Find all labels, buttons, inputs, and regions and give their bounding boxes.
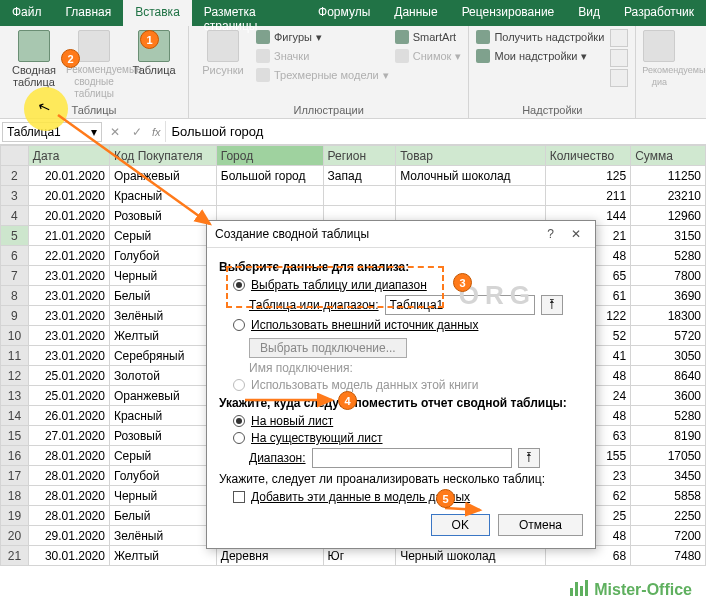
row-header[interactable]: 8 (1, 286, 29, 306)
row-header[interactable]: 3 (1, 186, 29, 206)
ok-button[interactable]: OK (431, 514, 490, 536)
tab-formulas[interactable]: Формулы (306, 0, 382, 26)
cell[interactable]: 18300 (631, 306, 706, 326)
screenshot-button[interactable]: Снимок ▾ (394, 47, 463, 65)
cell[interactable]: Золотой (109, 366, 216, 386)
cell[interactable] (323, 186, 396, 206)
row-header[interactable]: 21 (1, 546, 29, 566)
cell[interactable]: 28.01.2020 (28, 466, 109, 486)
opt-new-sheet[interactable]: На новый лист (233, 414, 583, 428)
row-header[interactable]: 17 (1, 466, 29, 486)
cell[interactable]: Запад (323, 166, 396, 186)
addin-slot[interactable] (610, 29, 628, 47)
row-header[interactable]: 16 (1, 446, 29, 466)
dialog-titlebar[interactable]: Создание сводной таблицы ? ✕ (207, 221, 595, 248)
cell[interactable]: Молочный шоколад (396, 166, 546, 186)
col-head[interactable]: Сумма (631, 146, 706, 166)
cell[interactable]: 11250 (631, 166, 706, 186)
cell[interactable]: Зелёный (109, 526, 216, 546)
my-addins-button[interactable]: Мои надстройки ▾ (475, 47, 605, 65)
cell[interactable]: Зелёный (109, 306, 216, 326)
cell[interactable]: Голубой (109, 246, 216, 266)
cell[interactable]: 25.01.2020 (28, 366, 109, 386)
cell[interactable]: 30.01.2020 (28, 546, 109, 566)
range-picker-icon[interactable]: ⭱ (518, 448, 540, 468)
cell[interactable]: Желтый (109, 546, 216, 566)
cell[interactable]: 17050 (631, 446, 706, 466)
icons-button[interactable]: Значки (255, 47, 390, 65)
cell[interactable]: Оранжевый (109, 386, 216, 406)
row-header[interactable]: 7 (1, 266, 29, 286)
cell[interactable]: 21.01.2020 (28, 226, 109, 246)
tab-review[interactable]: Рецензирование (450, 0, 567, 26)
enter-formula-icon[interactable]: ✓ (126, 125, 148, 139)
cell[interactable]: Красный (109, 186, 216, 206)
tab-developer[interactable]: Разработчик (612, 0, 706, 26)
cell[interactable]: Желтый (109, 326, 216, 346)
cell[interactable]: 28.01.2020 (28, 506, 109, 526)
col-head[interactable]: Регион (323, 146, 396, 166)
cell[interactable]: 29.01.2020 (28, 526, 109, 546)
cell[interactable]: 20.01.2020 (28, 206, 109, 226)
col-head[interactable]: Дата (28, 146, 109, 166)
tab-view[interactable]: Вид (566, 0, 612, 26)
cell[interactable]: 27.01.2020 (28, 426, 109, 446)
cell[interactable]: Оранжевый (109, 166, 216, 186)
range-picker-icon[interactable]: ⭱ (541, 295, 563, 315)
tab-home[interactable]: Главная (54, 0, 124, 26)
cell[interactable]: Серый (109, 226, 216, 246)
table-row[interactable]: 220.01.2020ОранжевыйБольшой городЗападМо… (1, 166, 706, 186)
smartart-button[interactable]: SmartArt (394, 28, 463, 46)
row-header[interactable]: 12 (1, 366, 29, 386)
cell[interactable] (396, 186, 546, 206)
add-to-model-checkbox[interactable]: Добавить эти данные в модель данных (233, 490, 583, 504)
cell[interactable]: Белый (109, 506, 216, 526)
tab-file[interactable]: Файл (0, 0, 54, 26)
row-header[interactable]: 11 (1, 346, 29, 366)
row-header[interactable]: 4 (1, 206, 29, 226)
cell[interactable]: 8640 (631, 366, 706, 386)
row-header[interactable]: 6 (1, 246, 29, 266)
cell[interactable]: 8190 (631, 426, 706, 446)
cell[interactable]: 125 (545, 166, 630, 186)
cell[interactable]: 3450 (631, 466, 706, 486)
row-header[interactable]: 2 (1, 166, 29, 186)
help-icon[interactable]: ? (540, 227, 562, 241)
cell[interactable]: Черный (109, 486, 216, 506)
cell[interactable]: Серебряный (109, 346, 216, 366)
addin-slot[interactable] (610, 69, 628, 87)
pivot-table-button[interactable]: Сводная таблица (6, 28, 62, 88)
cell[interactable]: 23.01.2020 (28, 286, 109, 306)
row-header[interactable]: 14 (1, 406, 29, 426)
cell[interactable]: 20.01.2020 (28, 166, 109, 186)
cell[interactable]: 28.01.2020 (28, 446, 109, 466)
cell[interactable]: 5280 (631, 246, 706, 266)
close-icon[interactable]: ✕ (565, 227, 587, 241)
row-header[interactable]: 10 (1, 326, 29, 346)
col-head[interactable]: Код Покупателя (109, 146, 216, 166)
cell[interactable]: 3690 (631, 286, 706, 306)
row-header[interactable]: 13 (1, 386, 29, 406)
cell[interactable]: 23.01.2020 (28, 346, 109, 366)
tab-data[interactable]: Данные (382, 0, 449, 26)
cell[interactable]: Большой город (216, 166, 323, 186)
cell[interactable]: Розовый (109, 426, 216, 446)
col-head[interactable]: Город (216, 146, 323, 166)
chevron-down-icon[interactable]: ▾ (91, 125, 97, 139)
cell[interactable]: 3600 (631, 386, 706, 406)
formula-bar[interactable]: Большой город (165, 121, 706, 142)
cell[interactable]: 23.01.2020 (28, 266, 109, 286)
col-head[interactable]: Товар (396, 146, 546, 166)
opt-external-source[interactable]: Использовать внешний источник данных (233, 318, 583, 332)
cell[interactable]: Серый (109, 446, 216, 466)
cell[interactable]: Красный (109, 406, 216, 426)
select-all-corner[interactable] (1, 146, 29, 166)
cell[interactable]: 7480 (631, 546, 706, 566)
cell[interactable]: 23.01.2020 (28, 306, 109, 326)
cell[interactable]: Розовый (109, 206, 216, 226)
cell[interactable]: 5280 (631, 406, 706, 426)
row-header[interactable]: 9 (1, 306, 29, 326)
cell[interactable]: Белый (109, 286, 216, 306)
cell[interactable]: 7200 (631, 526, 706, 546)
cell[interactable]: Черный (109, 266, 216, 286)
